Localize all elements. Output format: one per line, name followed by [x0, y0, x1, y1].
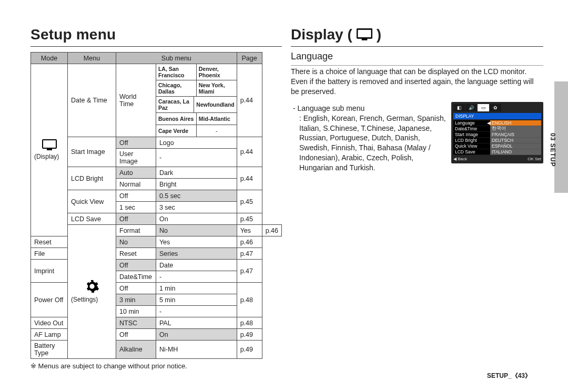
- col-menu: Menu: [68, 53, 116, 64]
- setup-menu-table: Mode Menu Sub menu Page (Display) Date &…: [31, 52, 282, 359]
- camera-footer-back: ◀ Back: [453, 157, 467, 161]
- subdivider: [291, 65, 543, 66]
- col-page: Page: [237, 53, 262, 64]
- camera-tab-sound-icon: 🔊: [465, 104, 477, 111]
- mode-display-cell: (Display): [31, 64, 68, 236]
- camera-footer-set: OK Set: [528, 157, 541, 161]
- divider: [31, 46, 282, 47]
- svg-rect-2: [357, 29, 372, 38]
- svg-rect-0: [43, 140, 56, 148]
- page-footer: SETUP_《43》: [487, 372, 531, 380]
- display-icon: [42, 139, 57, 151]
- camera-tab-camera-icon: ◧: [453, 104, 465, 111]
- camera-row: Language ◀ ENGLISH: [453, 120, 541, 126]
- camera-screenshot: ◧ 🔊 ▭ ✿ DISPLAY Language ◀ ENGLISH Date&…: [451, 102, 543, 163]
- language-bullet: - Language sub menu: [293, 104, 446, 112]
- gear-icon: [85, 279, 99, 294]
- display-icon: [357, 28, 372, 41]
- setup-menu-title: Setup menu: [31, 26, 282, 43]
- camera-tab-display-icon: ▭: [478, 104, 489, 111]
- divider: [291, 46, 543, 47]
- col-submenu: Sub menu: [116, 53, 237, 64]
- table-footnote: ※ Menus are subject to change without pr…: [31, 362, 282, 370]
- svg-rect-1: [47, 149, 52, 150]
- camera-header: DISPLAY: [453, 113, 541, 119]
- language-list: : English, Korean, French, German, Spani…: [299, 114, 446, 173]
- svg-rect-3: [361, 39, 367, 40]
- chapter-side-tab: 03 SETUP: [554, 81, 568, 193]
- display-title: Display ( ): [291, 26, 543, 43]
- camera-tab-settings-icon: ✿: [490, 104, 501, 111]
- language-heading: Language: [291, 51, 543, 62]
- col-mode: Mode: [31, 53, 68, 64]
- mode-settings-cell: (Settings): [68, 225, 116, 359]
- language-description: There is a choice of language that can b…: [291, 67, 543, 97]
